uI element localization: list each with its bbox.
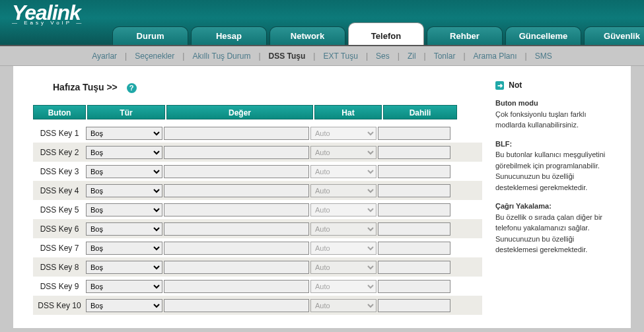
type-select[interactable]: Boş bbox=[86, 222, 162, 236]
note-section: BLF:Bu butonlar kullanıcı meşguliyetini … bbox=[495, 139, 614, 193]
value-input[interactable] bbox=[164, 146, 309, 159]
col-header-dahili: Dahili bbox=[383, 105, 457, 119]
value-input[interactable] bbox=[164, 299, 309, 312]
host-select[interactable]: Auto bbox=[310, 203, 376, 216]
grid-row: DSS Key 6BoşAuto bbox=[33, 219, 482, 238]
dahili-input[interactable] bbox=[378, 165, 450, 178]
right-column: ➜ Not Buton moduÇok fonksiyonlu tuşları … bbox=[482, 79, 614, 315]
subnav-item-0[interactable]: Ayarlar bbox=[89, 51, 120, 61]
type-select[interactable]: Boş bbox=[86, 203, 162, 216]
subnav-sep: | bbox=[398, 51, 400, 61]
help-icon[interactable]: ? bbox=[127, 83, 137, 93]
note-title: BLF: bbox=[495, 140, 512, 148]
type-select[interactable]: Boş bbox=[86, 242, 162, 255]
row-label: DSS Key 1 bbox=[33, 129, 86, 138]
main-tab-network[interactable]: Network bbox=[269, 26, 345, 45]
value-input[interactable] bbox=[164, 184, 309, 197]
host-select[interactable]: Auto bbox=[310, 242, 376, 255]
row-label: DSS Key 9 bbox=[33, 282, 86, 291]
host-select[interactable]: Auto bbox=[310, 146, 376, 159]
value-input[interactable] bbox=[164, 203, 309, 216]
grid-row: DSS Key 5BoşAuto bbox=[33, 200, 482, 219]
value-input[interactable] bbox=[164, 222, 309, 236]
row-label: DSS Key 6 bbox=[33, 224, 86, 234]
main-tab-telefon[interactable]: Telefon bbox=[348, 22, 424, 45]
grid-row: DSS Key 10BoşAuto bbox=[33, 296, 482, 315]
type-select[interactable]: Boş bbox=[86, 261, 162, 274]
subnav-sep: | bbox=[424, 51, 426, 61]
host-select[interactable]: Auto bbox=[310, 299, 376, 312]
dahili-input[interactable] bbox=[378, 146, 450, 159]
type-select[interactable]: Boş bbox=[86, 299, 162, 312]
dahili-input[interactable] bbox=[378, 184, 450, 197]
note-section: Buton moduÇok fonksiyonlu tuşları farklı… bbox=[495, 98, 614, 131]
dahili-input[interactable] bbox=[378, 242, 450, 255]
content: Hafıza Tuşu >> ? Buton Tür Değer Hat Dah… bbox=[13, 66, 631, 328]
brand-tagline: — Easy VoIP — bbox=[12, 20, 84, 26]
notes-header: ➜ Not bbox=[495, 79, 614, 91]
host-select[interactable]: Auto bbox=[310, 165, 376, 178]
subnav-item-8[interactable]: Arama Planı bbox=[471, 51, 520, 61]
grid-header: Buton Tür Değer Hat Dahili bbox=[33, 105, 482, 119]
page-title: Hafıza Tuşu >> ? bbox=[53, 82, 482, 93]
dahili-input[interactable] bbox=[378, 280, 450, 293]
row-label: DSS Key 8 bbox=[33, 263, 86, 272]
grid-body: DSS Key 1BoşAutoDSS Key 2BoşAutoDSS Key … bbox=[33, 123, 482, 315]
main-tab-durum[interactable]: Durum bbox=[112, 26, 188, 45]
subnav-item-7[interactable]: Tonlar bbox=[431, 51, 458, 61]
host-select[interactable]: Auto bbox=[310, 261, 376, 274]
subnav-item-9[interactable]: SMS bbox=[532, 51, 555, 61]
subnav-sep: | bbox=[366, 51, 368, 61]
notes-header-text: Not bbox=[509, 81, 522, 90]
value-input[interactable] bbox=[164, 127, 309, 140]
subnav-sep: | bbox=[313, 51, 315, 61]
grid-row: DSS Key 8BoşAuto bbox=[33, 257, 482, 277]
dahili-input[interactable] bbox=[378, 222, 450, 236]
subnav-item-1[interactable]: Seçenekler bbox=[132, 51, 177, 61]
subnav-item-2[interactable]: Akıllı Tuş Durum bbox=[190, 51, 253, 61]
value-input[interactable] bbox=[164, 242, 309, 255]
subnav-item-5[interactable]: Ses bbox=[373, 51, 392, 61]
value-input[interactable] bbox=[164, 165, 309, 178]
header: Yealink — Easy VoIP — DurumHesapNetworkT… bbox=[0, 0, 644, 46]
note-title: Buton modu bbox=[495, 99, 538, 107]
type-select[interactable]: Boş bbox=[86, 127, 162, 140]
subnav-sep: | bbox=[525, 51, 527, 61]
grid-row: DSS Key 4BoşAuto bbox=[33, 181, 482, 200]
dahili-input[interactable] bbox=[378, 127, 450, 140]
grid-row: DSS Key 3BoşAuto bbox=[33, 162, 482, 181]
note-text: Bu özellik o sırada çalan diğer bir tele… bbox=[495, 213, 602, 254]
row-label: DSS Key 10 bbox=[33, 301, 86, 310]
main-tab-hesap[interactable]: Hesap bbox=[191, 26, 267, 45]
dahili-input[interactable] bbox=[378, 261, 450, 274]
subnav-item-3[interactable]: DSS Tuşu bbox=[266, 51, 308, 61]
host-select[interactable]: Auto bbox=[310, 184, 376, 197]
arrow-right-icon: ➜ bbox=[495, 81, 504, 90]
type-select[interactable]: Boş bbox=[86, 165, 162, 178]
grid-row: DSS Key 7BoşAuto bbox=[33, 238, 482, 257]
grid-row: DSS Key 1BoşAuto bbox=[33, 123, 482, 143]
dahili-input[interactable] bbox=[378, 299, 450, 312]
value-input[interactable] bbox=[164, 261, 309, 274]
value-input[interactable] bbox=[164, 280, 309, 293]
subnav-item-4[interactable]: EXT Tuşu bbox=[320, 51, 360, 61]
col-header-value: Değer bbox=[166, 105, 313, 119]
host-select[interactable]: Auto bbox=[310, 222, 376, 236]
row-label: DSS Key 7 bbox=[33, 244, 86, 253]
type-select[interactable]: Boş bbox=[86, 184, 162, 197]
row-label: DSS Key 4 bbox=[33, 186, 86, 195]
logo: Yealink — Easy VoIP — bbox=[12, 3, 84, 26]
main-tab-güncelleme[interactable]: Güncelleme bbox=[505, 26, 581, 45]
host-select[interactable]: Auto bbox=[310, 280, 376, 293]
subnav-sep: | bbox=[182, 51, 184, 61]
note-text: Bu butonlar kullanıcı meşguliyetini göre… bbox=[495, 150, 605, 191]
subnav-item-6[interactable]: Zil bbox=[405, 51, 419, 61]
type-select[interactable]: Boş bbox=[86, 280, 162, 293]
dahili-input[interactable] bbox=[378, 203, 450, 216]
main-tab-rehber[interactable]: Rehber bbox=[427, 26, 503, 45]
left-column: Hafıza Tuşu >> ? Buton Tür Değer Hat Dah… bbox=[33, 79, 482, 315]
type-select[interactable]: Boş bbox=[86, 146, 162, 159]
host-select[interactable]: Auto bbox=[310, 127, 376, 140]
grid-row: DSS Key 9BoşAuto bbox=[33, 277, 482, 296]
main-tab-güvenlik[interactable]: Güvenlik bbox=[584, 26, 644, 45]
